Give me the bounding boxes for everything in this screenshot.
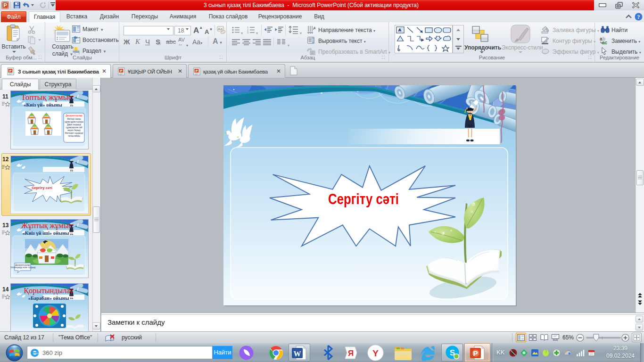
svg-text:Жұптық жұмыс:: Жұптық жұмыс: [21, 222, 74, 230]
svg-text:?: ? [637, 14, 640, 20]
svg-text:Дескрипторлар: Дескрипторлар [66, 114, 82, 117]
svg-text:сұрақтарына сай: сұрақтарына сай [66, 126, 83, 129]
svg-text:ac: ac [602, 40, 608, 45]
svg-text:Өтілгендерді еске түсіреді: Өтілгендерді еске түсіреді [11, 266, 35, 269]
svg-text:Қорытындылау: Қорытындылау [24, 287, 74, 295]
svg-text:Сергіту сәті: Сергіту сәті [328, 191, 399, 207]
svg-text:W: W [294, 350, 301, 358]
svg-text:Я: Я [348, 349, 354, 358]
svg-text:Дара сөздерді: Дара сөздерді [67, 123, 81, 126]
svg-text:Мәтінді оқиды: Мәтінді оқиды [67, 118, 81, 120]
svg-text:жауап береді: жауап береді [67, 129, 80, 132]
svg-text:3: 3 [247, 31, 248, 33]
svg-text:P: P [120, 69, 123, 73]
svg-text:талқылайды: талқылайды [68, 134, 80, 137]
svg-text:P: P [473, 349, 478, 357]
svg-text:P: P [9, 69, 12, 73]
svg-text:P: P [196, 69, 198, 73]
svg-text:сұрақ құрастырады: сұрақ құрастырады [65, 121, 83, 123]
svg-text:«Киіз үй» ойыны: «Киіз үй» ойыны [24, 102, 62, 107]
svg-text:A: A [313, 26, 315, 31]
svg-text:Сергіту сәті: Сергіту сәті [32, 186, 52, 190]
svg-text:Aa: Aa [218, 27, 223, 31]
svg-text:«Киіз үй іші» ойыны: «Киіз үй іші» ойыны [23, 230, 69, 236]
svg-text:Y: Y [372, 348, 379, 358]
svg-text:Мәтіндегі сөздерді: Мәтіндегі сөздерді [65, 132, 83, 134]
svg-text:Топтық жұмыс:: Топтық жұмыс: [21, 93, 74, 102]
svg-text:«Барабан» ойыны: «Барабан» ойыны [28, 296, 69, 301]
svg-text:P: P [3, 2, 7, 8]
